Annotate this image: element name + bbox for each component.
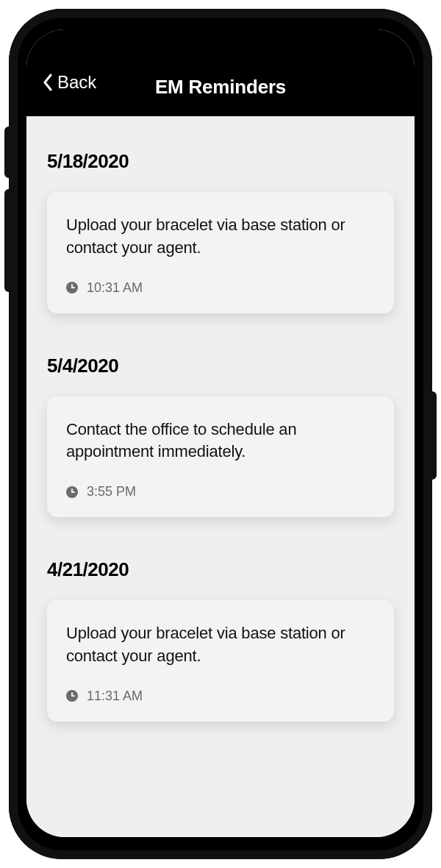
reminder-card[interactable]: Contact the office to schedule an appoin… [47, 396, 394, 518]
screen: Back EM Reminders 5/18/2020 Upload your … [26, 29, 415, 837]
back-button[interactable]: Back [43, 72, 96, 93]
reminder-group: 5/18/2020 Upload your bracelet via base … [47, 131, 394, 313]
reminder-message: Upload your bracelet via base station or… [66, 622, 375, 668]
reminder-group: 5/4/2020 Contact the office to schedule … [47, 335, 394, 518]
reminder-card[interactable]: Upload your bracelet via base station or… [47, 192, 394, 313]
group-date: 5/4/2020 [47, 355, 394, 377]
reminder-meta: 10:31 AM [66, 280, 375, 296]
reminder-time: 3:55 PM [87, 484, 136, 499]
reminder-message: Upload your bracelet via base station or… [66, 214, 375, 260]
group-date: 4/21/2020 [47, 558, 394, 581]
clock-icon [66, 486, 78, 498]
reminder-time: 11:31 AM [87, 689, 143, 704]
reminder-message: Contact the office to schedule an appoin… [66, 419, 375, 464]
phone-side-button [432, 391, 437, 480]
phone-frame: Back EM Reminders 5/18/2020 Upload your … [9, 9, 432, 859]
chevron-left-icon [43, 74, 53, 91]
clock-icon [66, 690, 78, 702]
group-date: 5/18/2020 [47, 150, 394, 173]
reminder-time: 10:31 AM [87, 280, 143, 296]
reminder-group: 4/21/2020 Upload your bracelet via base … [47, 539, 394, 722]
reminder-list: 5/18/2020 Upload your bracelet via base … [26, 116, 415, 837]
clock-icon [66, 282, 78, 294]
reminder-meta: 11:31 AM [66, 689, 375, 704]
back-label: Back [57, 72, 96, 93]
reminder-card[interactable]: Upload your bracelet via base station or… [47, 600, 394, 722]
reminder-meta: 3:55 PM [66, 484, 375, 499]
navbar: Back EM Reminders [26, 29, 415, 116]
